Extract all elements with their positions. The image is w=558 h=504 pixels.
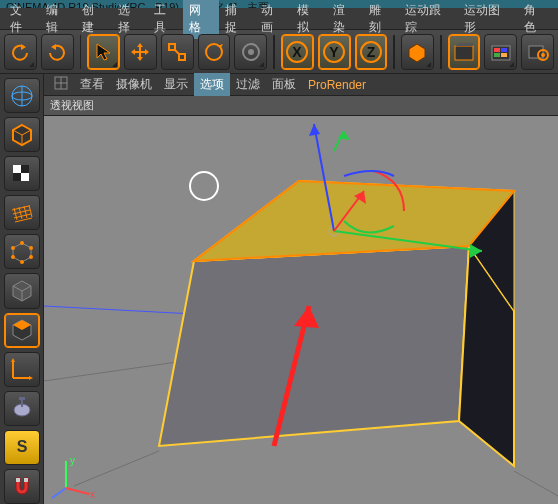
menu-sculpt[interactable]: 雕刻 — [363, 0, 399, 39]
cube-front-face — [159, 246, 469, 446]
viewport-canvas: y x — [44, 116, 558, 504]
svg-point-22 — [541, 53, 545, 57]
render-button[interactable] — [448, 34, 481, 70]
material-button[interactable] — [401, 34, 434, 70]
view-camera[interactable]: 摄像机 — [110, 73, 158, 96]
svg-line-69 — [514, 471, 558, 496]
axis-y-button[interactable]: Y — [318, 34, 351, 70]
side-toolbar: S — [0, 74, 44, 504]
dropdown-icon — [29, 62, 34, 67]
svg-rect-18 — [501, 48, 507, 52]
svg-text:Y: Y — [329, 44, 339, 60]
svg-line-37 — [15, 218, 32, 222]
render-settings-button[interactable] — [521, 34, 554, 70]
select-tool[interactable] — [87, 34, 120, 70]
menu-bar: 文件 编辑 创建 选择 工具 网格 捕捉 动画 模拟 渲染 雕刻 运动跟踪 运动… — [0, 8, 558, 30]
svg-marker-14 — [455, 43, 473, 46]
magnet-button[interactable] — [4, 469, 40, 504]
svg-point-43 — [20, 241, 24, 245]
undo-button[interactable] — [4, 34, 37, 70]
svg-point-46 — [20, 260, 24, 264]
svg-marker-42 — [13, 243, 31, 262]
render-view-button[interactable] — [484, 34, 517, 70]
separator — [440, 35, 442, 69]
svg-text:S: S — [16, 438, 27, 455]
view-display[interactable]: 显示 — [158, 73, 194, 96]
svg-line-41 — [29, 205, 32, 217]
model-button[interactable] — [4, 117, 40, 152]
menu-file[interactable]: 文件 — [4, 0, 40, 39]
viewport-tab[interactable]: 透视视图 — [44, 96, 558, 116]
menu-track[interactable]: 运动跟踪 — [399, 0, 459, 39]
view-filter[interactable]: 过滤 — [230, 73, 266, 96]
move-tool[interactable] — [124, 34, 157, 70]
snap-button[interactable]: S — [4, 430, 40, 465]
rotate-tool[interactable] — [198, 34, 231, 70]
svg-rect-13 — [455, 46, 473, 60]
axis-z-button[interactable]: Z — [355, 34, 388, 70]
svg-rect-62 — [24, 478, 28, 482]
polygon-button[interactable] — [4, 313, 40, 348]
menu-render[interactable]: 渲染 — [327, 0, 363, 39]
make-editable-button[interactable] — [4, 78, 40, 113]
view-icon[interactable] — [48, 73, 74, 96]
svg-line-78 — [52, 488, 66, 498]
svg-line-67 — [44, 361, 184, 381]
svg-line-68 — [74, 451, 159, 486]
point-button[interactable] — [4, 234, 40, 269]
svg-rect-31 — [21, 165, 29, 173]
svg-line-2 — [175, 50, 179, 54]
dropdown-icon — [259, 62, 264, 67]
viewport[interactable]: y x — [44, 116, 558, 504]
svg-rect-0 — [169, 44, 175, 50]
svg-rect-30 — [13, 165, 21, 173]
menu-anim[interactable]: 动画 — [255, 0, 291, 39]
svg-rect-61 — [16, 478, 20, 482]
menu-snap[interactable]: 捕捉 — [219, 0, 255, 39]
menu-mograph[interactable]: 运动图形 — [458, 0, 518, 39]
menu-select[interactable]: 选择 — [112, 0, 148, 39]
menu-tools[interactable]: 工具 — [148, 0, 184, 39]
workplane-button[interactable] — [4, 195, 40, 230]
last-tool[interactable] — [234, 34, 267, 70]
svg-rect-16 — [494, 48, 500, 52]
svg-rect-1 — [179, 54, 185, 60]
svg-marker-70 — [309, 124, 320, 136]
svg-text:Z: Z — [367, 44, 376, 60]
menu-create[interactable]: 创建 — [76, 0, 112, 39]
svg-marker-12 — [409, 44, 425, 62]
separator — [80, 35, 82, 69]
svg-point-48 — [11, 246, 15, 250]
dropdown-icon — [509, 62, 514, 67]
svg-rect-32 — [13, 173, 21, 181]
svg-rect-33 — [21, 173, 29, 181]
tweak-button[interactable] — [4, 391, 40, 426]
separator — [273, 35, 275, 69]
mini-axis-icon: y x — [52, 455, 95, 500]
view-prorender[interactable]: ProRender — [302, 75, 372, 95]
axis-button[interactable] — [4, 352, 40, 387]
redo-button[interactable] — [41, 34, 74, 70]
view-options[interactable]: 选项 — [194, 73, 230, 96]
menu-sim[interactable]: 模拟 — [291, 0, 327, 39]
svg-text:X: X — [293, 44, 303, 60]
svg-point-5 — [248, 49, 254, 55]
svg-rect-17 — [494, 53, 500, 57]
svg-rect-19 — [501, 53, 507, 57]
menu-char[interactable]: 角色 — [518, 0, 554, 39]
axis-x-button[interactable]: X — [281, 34, 314, 70]
menu-mesh[interactable]: 网格 — [183, 0, 219, 39]
menu-edit[interactable]: 编辑 — [40, 0, 76, 39]
edge-button[interactable] — [4, 273, 40, 308]
svg-point-47 — [11, 255, 15, 259]
svg-rect-20 — [529, 46, 543, 58]
scale-tool[interactable] — [161, 34, 194, 70]
annotation-circle — [190, 172, 218, 200]
svg-line-77 — [66, 488, 89, 494]
svg-text:y: y — [70, 455, 75, 466]
dropdown-icon — [112, 62, 117, 67]
svg-line-66 — [44, 306, 194, 314]
texture-button[interactable] — [4, 156, 40, 191]
view-view[interactable]: 查看 — [74, 73, 110, 96]
view-panel[interactable]: 面板 — [266, 73, 302, 96]
